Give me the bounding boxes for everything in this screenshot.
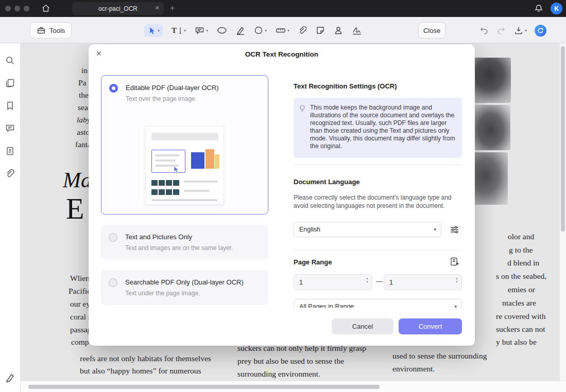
vertical-scrollbar[interactable]	[560, 43, 566, 381]
chevron-down-icon: ▾	[184, 28, 186, 33]
document-tab[interactable]: ocr-paci_OCR ✕	[72, 2, 164, 15]
app-window: in Pa the sea laby asto fanta Ma E Wlien…	[0, 0, 566, 392]
page-to-input[interactable]	[384, 275, 450, 290]
sticker-tool[interactable]	[316, 26, 325, 35]
measure-tool[interactable]: ▾	[276, 26, 289, 34]
toolbox-icon	[37, 26, 46, 35]
radio-unselected-icon[interactable]	[109, 233, 117, 242]
chevron-down-icon: ▾	[206, 28, 208, 33]
settings-heading: Text Recognition Settings (OCR)	[294, 82, 397, 90]
save-menu[interactable]: ▾	[514, 26, 527, 35]
horizontal-scrollbar[interactable]	[0, 381, 566, 392]
highlighter-tool[interactable]	[236, 26, 245, 35]
range-scope-clip: All Pages in Range ▾	[294, 299, 462, 308]
option-desc: Text over the page image.	[126, 95, 197, 102]
option-searchable-pdf[interactable]: Searchable PDF Only (Dual-layer OCR) Tex…	[101, 270, 268, 305]
user-avatar[interactable]: K	[551, 3, 562, 14]
window-close-button[interactable]	[5, 6, 11, 11]
ocr-dialog: ✕ OCR Text Recognition Editable PDF (Dua…	[89, 44, 475, 346]
range-dash: —	[376, 277, 383, 285]
window-zoom-button[interactable]	[24, 6, 29, 11]
chevron-down-icon: ▾	[434, 227, 436, 232]
titlebar: ocr-paci_OCR ✕ + K	[0, 0, 566, 17]
page-to-stepper[interactable]: ▲▼	[384, 274, 462, 290]
option-desc: Text under the page image.	[125, 290, 200, 297]
lightbulb-icon	[299, 104, 306, 113]
shape-tool[interactable]: ▾	[254, 26, 267, 35]
option-label: Editable PDF (Dual-layer OCR)	[126, 84, 219, 92]
tool-strip: ▾ T ▾ ▾	[144, 21, 362, 40]
vertical-scrollbar-thumb[interactable]	[561, 46, 565, 231]
close-editor-button[interactable]: Close	[418, 22, 445, 39]
text-tool[interactable]: T ▾	[171, 26, 186, 35]
home-icon[interactable]	[41, 4, 50, 13]
undo-icon[interactable]	[479, 26, 489, 35]
attachments-panel-icon[interactable]	[5, 169, 15, 179]
new-tab-icon[interactable]: +	[170, 3, 175, 13]
convert-button[interactable]: Convert	[399, 318, 462, 334]
notifications-bell-icon[interactable]	[534, 4, 543, 13]
language-hint: Please correctly select the document's l…	[294, 194, 458, 210]
tools-button-label: Tools	[49, 27, 65, 34]
ocr-mode-illustration	[145, 126, 224, 205]
horizontal-scrollbar-thumb[interactable]	[28, 385, 380, 389]
range-scope-value: All Pages in Range	[299, 303, 354, 308]
tab-close-icon[interactable]: ✕	[155, 5, 160, 11]
language-options-icon[interactable]	[450, 225, 459, 235]
window-minimize-button[interactable]	[14, 6, 20, 11]
select-tool[interactable]: ▾	[144, 24, 163, 37]
sidebar	[0, 43, 21, 392]
language-select[interactable]: English ▾	[294, 222, 441, 237]
stamp-tool[interactable]	[334, 26, 343, 35]
comment-tool[interactable]: ▾	[195, 26, 208, 35]
attach-tool[interactable]	[298, 26, 307, 35]
option-text-pictures-only[interactable]: Text and Pictures Only Text and images a…	[101, 225, 268, 260]
ocr-settings-panel: Text Recognition Settings (OCR) This mod…	[294, 44, 462, 346]
radio-unselected-icon[interactable]	[109, 278, 117, 287]
chevron-down-icon: ▾	[265, 28, 267, 33]
chevron-down-icon: ▾	[525, 28, 527, 33]
stepper-arrows-icon[interactable]: ▲▼	[366, 277, 369, 283]
language-heading: Document Language	[294, 178, 360, 186]
option-desc: Text and images are on the same layer.	[125, 244, 233, 252]
history-strip: ▾	[479, 21, 546, 40]
search-icon[interactable]	[5, 56, 15, 65]
notes-panel-icon[interactable]	[5, 146, 15, 156]
chevron-down-icon: ▾	[287, 28, 289, 33]
option-label: Text and Pictures Only	[125, 233, 192, 241]
tools-button[interactable]: Tools	[30, 22, 72, 39]
page-range-heading: Page Range	[294, 258, 332, 266]
stepper-arrows-icon[interactable]: ▲▼	[455, 277, 458, 283]
signature-tool[interactable]	[352, 26, 362, 35]
divider	[294, 165, 462, 165]
comments-panel-icon[interactable]	[5, 123, 15, 133]
thumbnails-icon[interactable]	[5, 78, 15, 88]
ai-assistant-icon[interactable]	[535, 25, 546, 37]
bookmark-icon[interactable]	[5, 101, 15, 111]
page-from-input[interactable]	[294, 275, 360, 290]
option-label: Searchable PDF Only (Dual-layer OCR)	[125, 278, 244, 286]
page-from-stepper[interactable]: ▲▼	[294, 274, 372, 290]
chevron-down-icon: ▾	[454, 304, 457, 308]
language-select-value: English	[299, 226, 320, 233]
cancel-button[interactable]: Cancel	[332, 318, 393, 334]
chevron-down-icon: ▾	[158, 28, 160, 33]
balloon-tool[interactable]	[217, 26, 227, 34]
radio-selected-icon[interactable]	[109, 84, 118, 93]
save-icon	[514, 26, 523, 35]
mode-info-text: This mode keeps the background image and…	[310, 104, 455, 150]
redo-icon[interactable]	[496, 26, 506, 35]
divider	[294, 250, 462, 251]
range-scope-select[interactable]: All Pages in Range ▾	[294, 299, 462, 308]
mode-info-box: This mode keeps the background image and…	[294, 98, 462, 158]
document-tab-title: ocr-paci_OCR	[98, 5, 138, 12]
toolbar: Tools ▾ T ▾ ▾	[0, 17, 566, 43]
page-range-icon[interactable]	[450, 257, 459, 266]
signature-panel-icon[interactable]	[5, 372, 16, 383]
cursor-icon	[173, 166, 180, 173]
option-editable-pdf[interactable]: Editable PDF (Dual-layer OCR) Text over …	[101, 75, 268, 215]
